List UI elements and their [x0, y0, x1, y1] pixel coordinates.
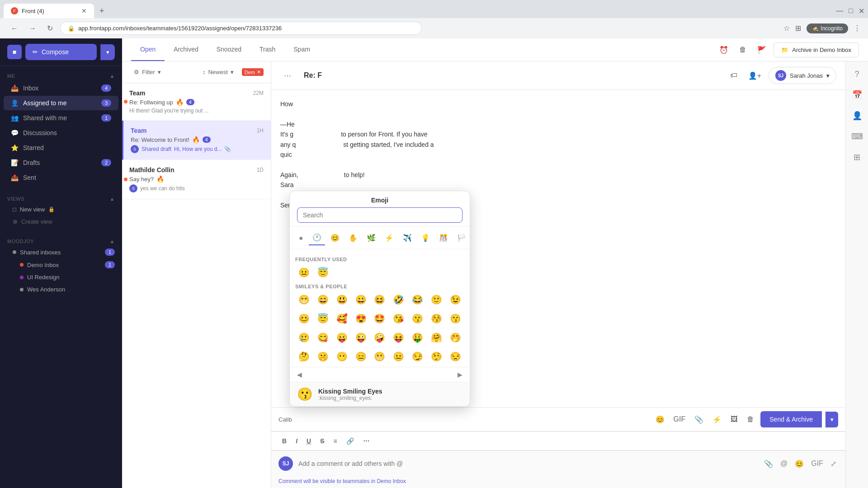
sidebar-item-shared-inboxes[interactable]: Shared inboxes 1 — [0, 246, 122, 258]
extensions-icon[interactable]: ⊞ — [795, 24, 801, 33]
contacts-button[interactable]: 👤 — [848, 106, 867, 125]
comment-attach-button[interactable]: 📎 — [762, 458, 775, 470]
browser-menu-icon[interactable]: ⋮ — [854, 24, 861, 33]
format-bold-button[interactable]: B — [278, 436, 290, 446]
emoji-cat-animal-button[interactable]: 🌿 — [363, 230, 379, 245]
emoji-no-mouth[interactable]: 😶 — [333, 349, 351, 364]
comment-emoji-button[interactable]: 😊 — [793, 458, 806, 470]
comment-mention-button[interactable]: @ — [778, 458, 789, 470]
compose-button[interactable]: ✏ Compose — [25, 44, 97, 60]
emoji-hugging[interactable]: 🤗 — [427, 330, 445, 345]
emoji-smile-big[interactable]: 😄 — [314, 292, 332, 307]
emoji-cat-flag-button[interactable]: 🏳️ — [453, 230, 470, 245]
emoji-heart-eyes[interactable]: 😍 — [352, 311, 370, 326]
emoji-unamused[interactable]: 😒 — [446, 349, 464, 364]
send-dropdown-button[interactable]: ▾ — [826, 412, 838, 427]
archive-inbox-button[interactable]: 📁 Archive in Demo Inbox — [774, 42, 859, 57]
emoji-kissing-smiling[interactable]: 😙 — [446, 311, 464, 326]
format-italic-button[interactable]: I — [292, 436, 301, 446]
assignee-button[interactable]: SJ Sarah Jonas ▾ — [769, 67, 836, 84]
manage-button[interactable]: ⊞ — [849, 148, 865, 167]
detail-tag-button[interactable]: 🏷 — [726, 68, 741, 83]
detail-add-member-button[interactable]: 👤+ — [745, 68, 765, 84]
refresh-button[interactable]: ↻ — [43, 22, 57, 34]
sidebar-item-ui-redesign[interactable]: UI Redesign — [0, 271, 122, 283]
emoji-star-struck[interactable]: 🤩 — [371, 311, 389, 326]
close-icon[interactable]: ✕ — [859, 7, 864, 15]
emoji-cat-food-button[interactable]: ⚡ — [381, 230, 397, 245]
emoji-smiling-hearts[interactable]: 🥰 — [333, 311, 351, 326]
emoji-cat-activity-button[interactable]: ✈️ — [399, 230, 415, 245]
emoji-grinning[interactable]: 😀 — [352, 292, 370, 307]
sidebar-item-new-view[interactable]: □ New view 🔒 — [0, 203, 122, 216]
help-button[interactable]: ? — [850, 65, 863, 84]
emoji-btn-halo[interactable]: 😇 — [314, 265, 332, 280]
email-item-1[interactable]: Team 22M Re: Follwoing up 🔥 4 Hi there! … — [122, 83, 271, 121]
emoji-scroll-left-button[interactable]: ◀ — [293, 369, 306, 380]
emoji-yum[interactable]: 😋 — [314, 330, 332, 345]
emoji-kissing-heart[interactable]: 😘 — [390, 311, 408, 326]
emoji-search-input[interactable] — [297, 207, 462, 223]
tab-trash[interactable]: Trash — [250, 38, 284, 61]
format-more-button[interactable]: ⋯ — [359, 436, 373, 446]
compose-gif-button[interactable]: GIF — [671, 413, 689, 426]
sidebar-item-drafts[interactable]: 📝 Drafts 2 — [4, 155, 118, 170]
emoji-rofl[interactable]: 🤣 — [390, 292, 408, 307]
address-bar[interactable]: 🔒 app.frontapp.com/inboxes/teammates/156… — [60, 22, 422, 35]
filter-button[interactable]: ⚙ Filter ▾ — [129, 66, 165, 78]
sidebar-item-sent[interactable]: 📤 Sent — [4, 170, 118, 185]
emoji-cat-smiley-button[interactable]: 😊 — [327, 230, 343, 245]
sidebar-item-inbox[interactable]: 📥 Inbox 4 — [4, 81, 118, 95]
sort-button[interactable]: ↕ Newest ▾ — [198, 66, 238, 78]
email-item-3[interactable]: Mathilde Collin 1D Say hey? 🔥 S yes we c… — [122, 160, 271, 199]
calendar-button[interactable]: 📅 — [848, 85, 867, 104]
sidebar-item-wes-anderson[interactable]: Wes Anderson — [0, 283, 122, 296]
snooze-button[interactable]: ⏰ — [716, 42, 732, 58]
maximize-icon[interactable]: □ — [849, 7, 853, 15]
email-item-2[interactable]: Team 1H Re: Welcome to Front! 🔥 4 S Shar… — [122, 121, 271, 160]
forward-button[interactable]: → — [25, 23, 40, 34]
detail-more-button[interactable]: ⋯ — [280, 68, 295, 84]
emoji-cat-object-button[interactable]: 🎊 — [435, 230, 452, 245]
emoji-shushing[interactable]: 🤫 — [314, 349, 332, 364]
emoji-hand-over-mouth[interactable]: 🤭 — [446, 330, 464, 345]
format-strikethrough-button[interactable]: S — [316, 436, 328, 446]
compose-dropdown-button[interactable]: ▾ — [100, 44, 115, 60]
emoji-btn-neutral[interactable]: 😐 — [295, 265, 313, 280]
emoji-kissing[interactable]: 😗 — [409, 311, 427, 326]
emoji-money-mouth[interactable]: 🤑 — [409, 330, 427, 345]
sidebar-item-demo-inbox[interactable]: Demo Inbox 1 — [0, 258, 122, 271]
new-tab-button[interactable]: + — [96, 5, 108, 18]
sidebar-views-label[interactable]: Views ▲ — [0, 192, 122, 203]
sidebar-item-assigned[interactable]: 👤 Assigned to me 3 — [4, 96, 118, 110]
format-underline-button[interactable]: U — [303, 436, 315, 446]
emoji-kissing-closed-eyes[interactable]: 😚 — [427, 311, 445, 326]
back-button[interactable]: ← — [7, 23, 22, 34]
emoji-picker[interactable]: Emoji ● 🕐 😊 ✋ 🌿 ⚡ ✈️ 💡 🎊 🏳️ Frequently U… — [289, 191, 470, 407]
format-link-button[interactable]: 🔗 — [343, 436, 358, 446]
emoji-cat-recent-button[interactable]: ● — [295, 230, 307, 245]
sidebar-item-shared[interactable]: 👥 Shared with me 1 — [4, 111, 118, 125]
demo-tag-close-icon[interactable]: ✕ — [257, 69, 261, 75]
active-tab[interactable]: F Front (4) ✕ — [4, 4, 94, 18]
compose-emoji-button[interactable]: 😊 — [653, 413, 667, 427]
emoji-lying[interactable]: 🤥 — [427, 349, 445, 364]
tab-snoozed[interactable]: Snoozed — [208, 38, 250, 61]
sidebar-item-starred[interactable]: ⭐ Starred — [4, 141, 118, 155]
emoji-cat-clock-button[interactable]: 🕐 — [309, 230, 325, 245]
emoji-smile[interactable]: 😃 — [333, 292, 351, 307]
emoji-cat-hand-button[interactable]: ✋ — [345, 230, 361, 245]
minimize-icon[interactable]: — — [836, 7, 843, 15]
bookmark-icon[interactable]: ☆ — [783, 24, 790, 33]
emoji-scroll-right-button[interactable]: ▶ — [454, 369, 466, 380]
tab-archived[interactable]: Archived — [165, 38, 207, 61]
create-view-button[interactable]: ⊕ Create view — [0, 216, 122, 228]
emoji-cat-travel-button[interactable]: 💡 — [417, 230, 434, 245]
emoji-expressionless[interactable]: 😑 — [352, 349, 370, 364]
compose-delete-button[interactable]: 🗑 — [744, 413, 757, 426]
send-archive-button[interactable]: Send & Archive — [760, 411, 822, 427]
comment-gif-button[interactable]: GIF — [809, 458, 825, 470]
emoji-neutral[interactable]: 😐 — [390, 349, 408, 364]
sidebar-moodjoy-label[interactable]: Moodjoy ▲ — [0, 235, 122, 246]
compose-attach-button[interactable]: 📎 — [692, 413, 706, 427]
